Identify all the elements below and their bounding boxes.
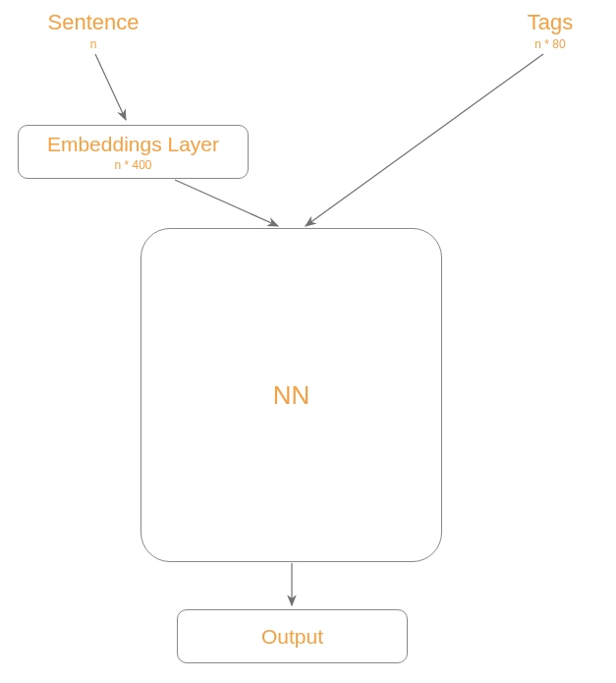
node-sentence-subtitle: n <box>29 37 157 51</box>
box-embeddings-title: Embeddings Layer <box>47 133 219 156</box>
box-embeddings-layer: Embeddings Layer n * 400 <box>18 125 249 179</box>
svg-line-0 <box>95 54 126 120</box>
box-nn: NN <box>140 228 442 562</box>
box-embeddings-subtitle: n * 400 <box>114 158 151 172</box>
node-tags-subtitle: n * 80 <box>496 37 604 51</box>
node-tags: Tags n * 80 <box>496 10 604 52</box>
svg-line-1 <box>175 180 278 226</box>
box-output: Output <box>177 609 408 663</box>
svg-line-2 <box>306 54 543 226</box>
node-sentence: Sentence n <box>29 10 157 52</box>
box-nn-title: NN <box>273 380 310 411</box>
box-output-title: Output <box>261 625 323 649</box>
node-sentence-title: Sentence <box>29 10 157 35</box>
node-tags-title: Tags <box>496 10 604 35</box>
